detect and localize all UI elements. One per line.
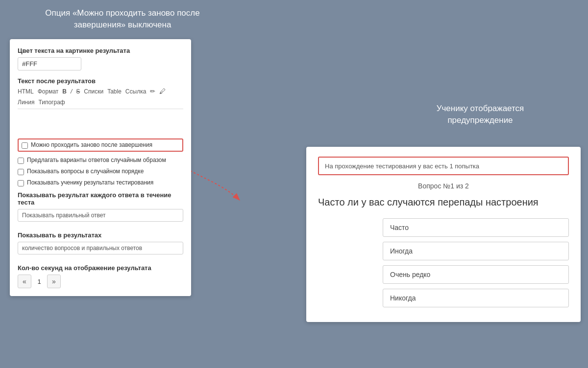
right-annotation-line2: предупреждение [447, 115, 513, 125]
counter-value: 1 [34, 278, 44, 285]
color-input[interactable] [18, 57, 81, 70]
text-after-results-label: Текст после результатов [18, 77, 183, 85]
toolbar-italic[interactable]: / [71, 88, 72, 95]
settings-panel: Цвет текста на картинке результата Текст… [10, 39, 191, 296]
answer-option-4[interactable]: Никогда [383, 289, 569, 307]
answer-option-1[interactable]: Часто [383, 218, 569, 237]
show-results-label: Показывать ученику результаты тестирован… [27, 179, 153, 186]
pen-icon[interactable]: 🖊 [159, 88, 166, 95]
random-answers-option: Предлагать варианты ответов случайным об… [18, 157, 183, 164]
counter-decrease-btn[interactable]: « [18, 275, 31, 288]
color-label: Цвет текста на картинке результата [18, 47, 183, 54]
toolbar-lists[interactable]: Списки [84, 88, 103, 95]
top-annotation-line2: завершения» выключена [74, 20, 172, 29]
show-result-during-label: Показывать результат каждого ответа в те… [18, 191, 183, 206]
counter-increase-btn[interactable]: » [47, 275, 61, 288]
counter-row: « 1 » [18, 275, 183, 288]
random-questions-label: Показывать вопросы в случайном порядке [27, 168, 144, 175]
answer-option-2[interactable]: Иногда [383, 242, 569, 260]
toolbar-html[interactable]: HTML [18, 88, 34, 95]
question-text: Часто ли у вас случаются перепады настро… [318, 196, 569, 208]
toolbar-link[interactable]: Ссылка [125, 88, 146, 95]
top-annotation-line1: Опция «Можно проходить заново после [45, 8, 199, 18]
student-panel: На прохождение тестирования у вас есть 1… [306, 147, 581, 322]
pencil-icon[interactable]: ✏ [150, 88, 155, 95]
toolbar-typograf[interactable]: Типограф [38, 99, 65, 106]
answers-container: Часто Иногда Очень редко Никогда [318, 218, 569, 312]
toolbar-line[interactable]: Линия [18, 99, 34, 106]
warning-box: На прохождение тестирования у вас есть 1… [318, 157, 569, 175]
show-results-option: Показывать ученику результаты тестирован… [18, 179, 183, 186]
toolbar-bold[interactable]: B [62, 88, 67, 95]
show-in-results-label: Показывать в результатах [18, 231, 183, 239]
random-questions-checkbox[interactable] [18, 169, 24, 175]
random-questions-option: Показывать вопросы в случайном порядке [18, 168, 183, 175]
toolbar-strike[interactable]: S [76, 88, 80, 95]
answer-option-3[interactable]: Очень редко [383, 265, 569, 284]
toolbar-table[interactable]: Table [107, 88, 122, 95]
question-meta: Вопрос №1 из 2 [318, 182, 569, 190]
show-result-during-select[interactable]: Показывать правильный ответ [18, 209, 183, 222]
random-answers-label: Предлагать варианты ответов случайным об… [27, 157, 166, 163]
right-annotation-line1: Ученику отображается [437, 104, 524, 113]
top-annotation: Опция «Можно проходить заново после заве… [29, 7, 216, 31]
retake-checkbox[interactable] [22, 142, 28, 149]
retake-option: Можно проходить заново после завершения [18, 138, 183, 152]
show-results-checkbox[interactable] [18, 180, 24, 186]
random-answers-checkbox[interactable] [18, 158, 24, 164]
show-in-results-select[interactable]: количество вопросов и правильных ответов [18, 242, 183, 254]
editor-toolbar: HTML Формат B / S Списки Table Ссылка ✏ … [18, 88, 183, 109]
retake-label: Можно проходить заново после завершения [31, 141, 152, 148]
warning-text: На прохождение тестирования у вас есть 1… [325, 162, 479, 170]
editor-area[interactable] [18, 113, 183, 133]
toolbar-format[interactable]: Формат [38, 88, 59, 95]
seconds-label: Кол-во секунд на отображение результата [18, 264, 183, 272]
right-annotation: Ученику отображается предупреждение [416, 103, 544, 126]
